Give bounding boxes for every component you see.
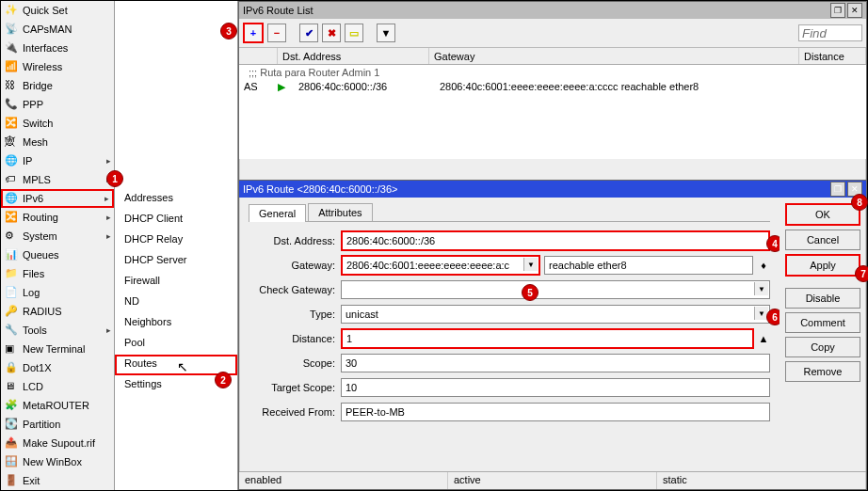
remove-button[interactable]: Remove <box>785 361 860 382</box>
label-target-scope: Target Scope: <box>249 382 335 393</box>
sidebar-item-newwinbox[interactable]: 🪟New WinBox <box>1 452 114 471</box>
step-badge-6: 6 <box>766 309 780 325</box>
sidebar-item-newterminal[interactable]: ▣New Terminal <box>1 340 114 358</box>
scope-input[interactable]: 30 <box>341 354 770 372</box>
chevron-right-icon: ▸ <box>106 213 111 222</box>
step-badge-8: 8 <box>851 194 868 211</box>
titlebar-route-edit[interactable]: IPv6 Route <2806:40c:6000::/36> ❐ ✕ 8 <box>239 181 866 198</box>
up-icon[interactable]: ▲ <box>757 333 770 344</box>
cancel-button[interactable]: Cancel <box>785 230 860 250</box>
button-column: OK Cancel Apply 7 Disable Comment Copy R… <box>780 198 866 489</box>
dropdown-icon[interactable]: ▼ <box>523 258 538 271</box>
sidebar-item-ppp[interactable]: 📞PPP <box>1 95 114 114</box>
close-icon[interactable]: ✕ <box>847 3 862 18</box>
label-dst: Dst. Address: <box>249 235 335 246</box>
window-route-list: IPv6 Route List ❐ ✕ + − ✔ ✖ ▭ ▼ 3 Dst. A… <box>238 1 867 182</box>
label-gateway: Gateway: <box>249 260 335 271</box>
window-title: IPv6 Route List <box>243 5 313 16</box>
filter-button[interactable]: ▼ <box>377 24 395 42</box>
chevron-right-icon: ▸ <box>106 231 111 241</box>
submenu-nd[interactable]: ND <box>115 293 237 313</box>
sidebar-item-tools[interactable]: 🔧Tools▸ <box>1 321 114 340</box>
submenu-dhcp-relay[interactable]: DHCP Relay <box>115 230 237 251</box>
sidebar-item-switch[interactable]: 🔀Switch <box>1 114 114 133</box>
edit-form: General Attributes Dst. Address: 2806:40… <box>239 198 780 489</box>
sidebar-item-queues[interactable]: 📊Queues <box>1 246 114 264</box>
restore-icon[interactable]: ❐ <box>830 182 845 197</box>
submenu-addresses[interactable]: Addresses <box>115 189 237 210</box>
restore-icon[interactable]: ❐ <box>830 3 845 18</box>
ipv6-submenu: Addresses DHCP Client DHCP Relay DHCP Se… <box>115 1 238 490</box>
gateway-input[interactable]: 2806:40c:6001:eeee:eeee:eeee:a:c▼ <box>341 255 540 276</box>
comment-button[interactable]: Comment <box>785 312 860 333</box>
dropdown-icon[interactable]: ▼ <box>754 282 768 295</box>
sidebar-item-files[interactable]: 📁Files <box>1 264 114 283</box>
chevron-right-icon: ▸ <box>106 156 111 166</box>
submenu-neighbors[interactable]: Neighbors <box>115 313 237 334</box>
sidebar-item-wireless[interactable]: 📶Wireless <box>1 57 114 76</box>
col-gateway[interactable]: Gateway <box>429 48 799 64</box>
titlebar-route-list[interactable]: IPv6 Route List ❐ ✕ <box>239 2 866 19</box>
sidebar-item-mesh[interactable]: 🕸Mesh <box>1 133 114 151</box>
step-badge-2: 2 <box>215 372 232 388</box>
disable-button[interactable]: ✖ <box>322 24 341 42</box>
main-area: IPv6 Route List ❐ ✕ + − ✔ ✖ ▭ ▼ 3 Dst. A… <box>238 1 867 490</box>
copy-button[interactable]: Copy <box>785 337 860 357</box>
col-distance[interactable]: Distance <box>799 48 866 64</box>
sidebar-item-interfaces[interactable]: 🔌Interfaces <box>1 39 114 57</box>
play-icon: ▶ <box>273 81 294 93</box>
route-comment: ;;; Ruta para Router Admin 1 <box>239 65 866 80</box>
ok-button[interactable]: OK <box>785 203 860 226</box>
sidebar-item-system[interactable]: ⚙System▸ <box>1 227 114 246</box>
label-check-gateway: Check Gateway: <box>249 284 335 295</box>
apply-button[interactable]: Apply <box>785 254 860 277</box>
remove-button[interactable]: − <box>267 24 286 42</box>
enable-button[interactable]: ✔ <box>299 24 318 42</box>
target-scope-input[interactable]: 10 <box>341 378 770 397</box>
sidebar-item-mpls[interactable]: 🏷MPLS▸ 1 <box>1 170 114 189</box>
column-headers: Dst. Address Gateway Distance <box>239 48 866 65</box>
status-enabled: enabled <box>239 472 448 489</box>
sidebar-item-exit[interactable]: 🚪Exit <box>1 471 114 490</box>
submenu-dhcp-client[interactable]: DHCP Client <box>115 210 237 230</box>
chevron-right-icon: ▸ <box>104 194 109 203</box>
sidebar-item-radius[interactable]: 🔑RADIUS <box>1 302 114 321</box>
received-from-input: PEER-to-MB <box>341 403 770 421</box>
sidebar-item-partition[interactable]: 💽Partition <box>1 415 114 434</box>
tab-attributes[interactable]: Attributes <box>308 203 372 221</box>
sidebar-item-bridge[interactable]: ⛓Bridge <box>1 76 114 95</box>
disable-button[interactable]: Disable <box>785 288 860 309</box>
sidebar-item-quickset[interactable]: ✨Quick Set <box>1 1 114 20</box>
tabs: General Attributes <box>249 203 770 222</box>
sidebar-item-ip[interactable]: 🌐IP▸ <box>1 151 114 170</box>
table-row[interactable]: AS ▶ 2806:40c:6000::/36 2806:40c:6001:ee… <box>239 80 866 94</box>
label-distance: Distance: <box>249 333 335 344</box>
comment-button[interactable]: ▭ <box>345 24 363 42</box>
sidebar-item-ipv6[interactable]: 🌐IPv6▸ <box>1 189 114 208</box>
submenu-pool[interactable]: Pool <box>115 334 237 355</box>
col-dst[interactable]: Dst. Address <box>278 48 429 64</box>
step-badge-5: 5 <box>522 284 538 301</box>
step-badge-4: 4 <box>766 235 780 252</box>
dst-address-input[interactable]: 2806:40c:6000::/36 <box>341 230 770 251</box>
check-gateway-input[interactable]: ▼ <box>341 280 770 299</box>
find-input[interactable] <box>798 24 862 41</box>
label-received-from: Received From: <box>249 406 335 418</box>
add-button[interactable]: + <box>243 23 264 43</box>
sidebar-item-lcd[interactable]: 🖥LCD <box>1 377 114 396</box>
sidebar-item-capsman[interactable]: 📡CAPsMAN <box>1 20 114 39</box>
label-type: Type: <box>249 309 335 320</box>
submenu-firewall[interactable]: Firewall <box>115 272 237 293</box>
sidebar-item-log[interactable]: 📄Log <box>1 283 114 302</box>
status-bar: enabled active static <box>239 471 866 489</box>
status-active: active <box>448 472 657 489</box>
sidebar-item-supout[interactable]: 📤Make Supout.rif <box>1 434 114 452</box>
type-input[interactable]: unicast▼ <box>341 305 770 324</box>
sidebar-item-routing[interactable]: 🔀Routing▸ <box>1 208 114 227</box>
distance-input[interactable]: 1 <box>341 328 754 349</box>
sidebar-item-metarouter[interactable]: 🧩MetaROUTER <box>1 396 114 415</box>
updown-icon[interactable]: ♦ <box>757 260 770 271</box>
tab-general[interactable]: General <box>249 204 306 222</box>
sidebar-item-dot1x[interactable]: 🔒Dot1X <box>1 358 114 377</box>
submenu-dhcp-server[interactable]: DHCP Server <box>115 251 237 272</box>
